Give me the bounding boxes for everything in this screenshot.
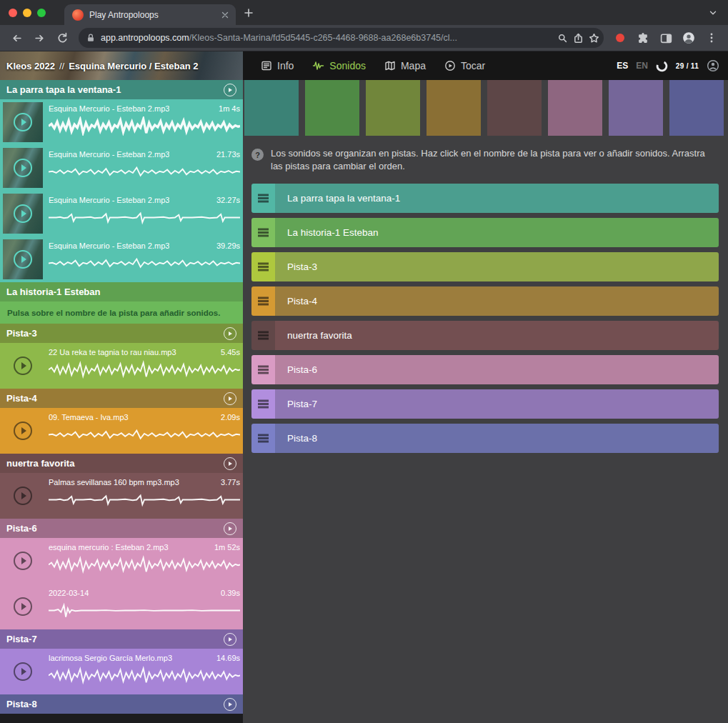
minimize-window-button[interactable] [23,9,31,17]
tab-mapa[interactable]: Mapa [375,51,435,80]
track-header[interactable]: Pista-4 [0,389,243,408]
track-color-tile[interactable] [669,80,724,136]
clip-thumbnail[interactable] [3,411,43,451]
clip-thumbnail[interactable] [3,239,43,279]
track-color-tile[interactable] [609,80,663,136]
track-color-tile[interactable] [427,80,481,136]
track-row[interactable]: Pista-4 [251,286,719,316]
track-color-tile[interactable] [487,80,542,136]
bookmark-star-icon[interactable] [589,33,599,44]
clip-row[interactable]: 09. Temaeva - Iva.mp3 2.09s [0,408,243,454]
track-header[interactable]: Pista-6 [0,519,243,538]
clip-thumbnail[interactable] [3,194,43,234]
track-row-bar[interactable]: nuertra favorita [275,321,719,350]
track-color-tile[interactable] [244,80,299,136]
track-row-bar[interactable]: Pista-8 [275,424,719,453]
track-row-bar[interactable]: La historia-1 Esteban [275,218,719,247]
clip-thumbnail[interactable] [3,587,43,627]
track-header[interactable]: Pista-8 [0,694,243,714]
drag-handle-icon[interactable] [251,389,275,419]
track-play-button[interactable] [224,84,236,96]
tab-sonidos[interactable]: Sonidos [303,51,375,80]
track-header[interactable]: Pista-3 [0,324,243,343]
track-row-bar[interactable]: Pista-4 [275,286,719,316]
tab-info[interactable]: Info [251,51,303,80]
track-row-bar[interactable]: Pista-7 [275,389,719,419]
lang-en-button[interactable]: EN [636,61,648,71]
clip-row[interactable]: 2022-03-14 0.39s [0,584,243,629]
share-icon[interactable] [573,33,584,44]
track-row[interactable]: nuertra favorita [251,321,719,350]
drag-handle-icon[interactable] [251,184,275,213]
track-row-bar[interactable]: La parra tapa la ventana-1 [275,184,719,213]
drag-handle-icon[interactable] [251,355,275,384]
clip-row[interactable]: Esquina Mercurio - Esteban 2.mp3 21.73s [0,145,243,191]
track-play-button[interactable] [224,327,236,340]
track-play-button[interactable] [224,698,236,711]
new-tab-button[interactable] [243,7,254,19]
clip-row[interactable]: Esquina Mercurio - Esteban 2.mp3 32.27s [0,191,243,236]
track-play-button[interactable] [224,392,236,405]
track-header[interactable]: La historia-1 Esteban [0,282,243,301]
tab-tocar[interactable]: Tocar [435,51,494,80]
track-row-bar[interactable]: Pista-6 [275,355,719,384]
tab-search-chevron-icon[interactable] [708,8,718,18]
waveform [49,116,240,136]
track-header[interactable]: nuertra favorita [0,454,243,473]
clip-duration: 32.27s [216,196,240,204]
track-color-tile[interactable] [548,80,602,136]
clip-thumbnail[interactable] [3,652,43,692]
side-panel-icon[interactable] [655,27,677,49]
track-row[interactable]: Pista-3 [251,252,719,281]
lang-es-button[interactable]: ES [617,61,628,71]
drag-handle-icon[interactable] [251,218,275,247]
track-row[interactable]: Pista-8 [251,424,719,453]
track-row[interactable]: La historia-1 Esteban [251,218,719,247]
clip-thumbnail[interactable] [3,346,43,386]
track-color-tile[interactable] [305,80,359,136]
clip-thumbnail[interactable] [3,148,43,188]
reload-button[interactable] [51,27,73,49]
record-extension-icon[interactable] [609,27,631,49]
clip-row[interactable]: Esquina Mercurio - Esteban 2.mp3 1m 4s [0,99,243,145]
clip-filename: lacrimosa Sergio García Merlo.mp3 [49,654,172,662]
track-header[interactable]: Pista-7 [0,629,243,649]
track-play-button[interactable] [224,522,236,535]
drag-handle-icon[interactable] [251,424,275,453]
track-play-button[interactable] [224,457,236,470]
track-row[interactable]: Pista-7 [251,389,719,419]
browser-tab[interactable]: Play Antropoloops [64,4,236,25]
profile-avatar-icon[interactable] [678,27,699,49]
clip-row[interactable]: esquina mercurio : Esteban 2.mp3 1m 52s [0,538,243,584]
close-window-button[interactable] [9,9,17,17]
clip-filename: 2022-03-14 [49,589,89,597]
clip-thumbnail[interactable] [3,541,43,581]
back-button[interactable] [6,27,27,49]
drag-handle-icon[interactable] [251,286,275,316]
forward-button[interactable] [29,27,50,49]
extensions-puzzle-icon[interactable] [632,27,654,49]
track-play-button[interactable] [224,633,236,646]
browser-menu-kebab-icon[interactable] [701,27,722,49]
track-color-tile[interactable] [366,80,420,136]
drag-handle-icon[interactable] [251,321,275,350]
clip-row[interactable]: Esquina Mercurio - Esteban 2.mp3 39.29s [0,236,243,282]
track-row-bar[interactable]: Pista-3 [275,252,719,281]
clip-row[interactable]: 22 Ua reka te tagnia to rau niau.mp3 5.4… [0,343,243,389]
clip-row[interactable]: lacrimosa Sergio García Merlo.mp3 14.69s [0,649,243,694]
clip-thumbnail[interactable] [3,476,43,516]
track-header[interactable]: La parra tapa la ventana-1 [0,80,243,99]
drag-handle-icon[interactable] [251,252,275,281]
track-row[interactable]: La parra tapa la ventana-1 [251,184,719,213]
url-path: /Kleos-Santa-Marina/fd5d5445-c265-4468-9… [189,33,457,43]
account-icon[interactable] [707,59,719,72]
tab-close-icon[interactable] [220,10,230,20]
clip-thumbnail[interactable] [3,102,43,142]
zoom-icon[interactable] [557,33,568,44]
project-breadcrumb[interactable]: Kleos 2022 // Esquina Mercurio / Esteban… [0,51,243,80]
clip-row[interactable]: Palmas sevillanas 160 bpm mp3.mp3 3.77s [0,473,243,519]
track-row[interactable]: Pista-6 [251,355,719,384]
play-icon [14,356,32,375]
zoom-window-button[interactable] [37,9,46,17]
address-bar[interactable]: app.antropoloops.com/Kleos-Santa-Marina/… [79,28,604,48]
